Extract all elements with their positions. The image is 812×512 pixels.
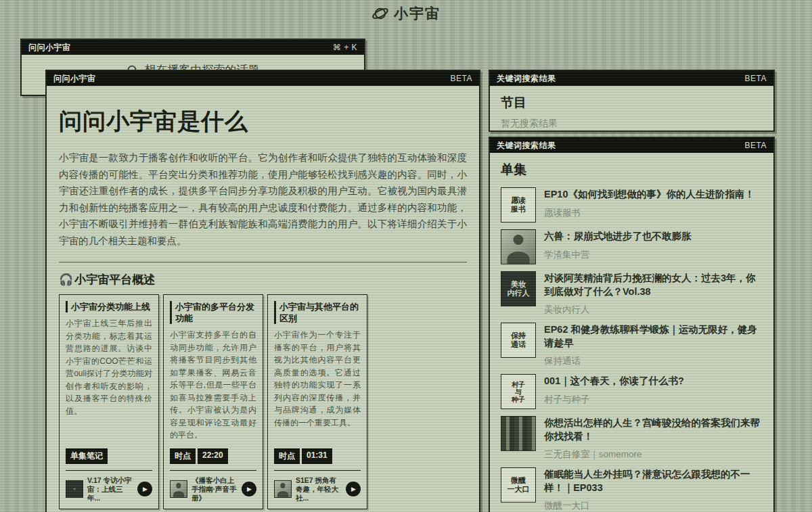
episode-text: 六兽：尿崩式地进步了也不敢膨胀 学渣集中营 [544,229,763,261]
episode-title: 催眠能当人生外挂吗？潜意识怎么跟我想的不一样！｜EP033 [544,468,763,494]
ask-window-titlebar: 问问小宇宙 BETA [47,71,479,86]
episode-title: EP62 和健身教练聊科学锻炼｜运动无限好，健身请趁早 [544,323,763,350]
play-button[interactable]: ▶ [242,482,256,496]
shows-results-window: 关键词搜索结果 BETA 节目 暂无搜索结果 [489,70,775,132]
episode-title: V.17 专访小宇宙：上线三年... [87,476,133,503]
play-button[interactable]: ▶ [346,482,361,496]
empty-results-text: 暂无搜索结果 [501,118,763,130]
list-item[interactable]: 微醺 一大口 催眠能当人生外挂吗？潜意识怎么跟我想的不一样！｜EP033 微醺一… [501,467,763,512]
episode-cover [501,229,536,264]
card-title: 小宇宙与其他平台的区别 [274,301,361,324]
episode-title: EP10《如何找到想做的事》你的人生进阶指南！ [544,188,763,202]
episode-cover: 美妆 内行人 [501,271,536,306]
episode-cover [170,480,187,498]
episodes-panel-body: 单集 愿读 服书 EP10《如何找到想做的事》你的人生进阶指南！ 愿读服书 六兽… [490,153,773,512]
episodes-results-window: 关键词搜索结果 BETA 单集 愿读 服书 EP10《如何找到想做的事》你的人生… [489,137,775,512]
headphones-icon: 🎧 [59,273,73,287]
card-body: 小宇宙作为一个专注于播客的平台，用户将其视为比其他内容平台更高质量的选项。它通过… [274,329,361,429]
beta-badge: BETA [451,74,472,83]
card-row-overview: 小宇宙分类功能上线 小宇宙上线三年后推出分类功能，标志着其运营思路的进展。访谈中… [59,294,467,509]
episode-cover: 愿读 服书 [501,187,536,223]
episode-cover: 保持 通话 [501,323,536,358]
timestamp-value-badge: 01:31 [302,448,332,464]
episode-title: 六兽：尿崩式地进步了也不敢膨胀 [544,230,763,243]
list-item[interactable]: 你想活出怎样的人生？宫崎骏没给的答案我们来帮你找找看！ 三无自修室｜somemo… [501,416,763,461]
show-name: 保持通话 [544,355,763,367]
card-divider [274,470,361,471]
card-body: 小宇宙支持多平台的自动同步功能，允许用户将播客节目同步到其他如苹果播客、网易云音… [170,329,256,442]
shortcut-hint: ⌘ + K [333,43,357,52]
play-button[interactable]: ▶ [137,482,152,496]
planet-icon [371,5,389,22]
episode-title: 对谈阿芙精油背后力挽狂澜的女人：过去3年，你到底做对了什么？Vol.38 [544,272,763,298]
beta-badge: BETA [745,74,767,83]
list-item[interactable]: 保持 通话 EP62 和健身教练聊科学锻炼｜运动无限好，健身请趁早 保持通话 [501,323,763,367]
episode-text: 001｜这个春天，你读了什么书? 村子与种子 [544,374,763,406]
play-icon: ▶ [247,486,252,492]
card-divider [170,470,256,471]
episode-list: 愿读 服书 EP10《如何找到想做的事》你的人生进阶指南！ 愿读服书 六兽：尿崩… [501,187,763,512]
show-name: 学渣集中营 [544,249,763,261]
episode-text: EP62 和健身教练聊科学锻炼｜运动无限好，健身请趁早 保持通话 [544,323,763,367]
play-icon: ▶ [351,486,356,492]
topic-card: 小宇宙与其他平台的区别 小宇宙作为一个专注于播客的平台，用户将其视为比其他内容平… [267,294,367,509]
beta-badge: BETA [745,141,767,150]
episode-cover: 微醺 一大口 [501,467,536,503]
play-icon: ▶ [143,486,148,492]
note-type-badge: 单集笔记 [66,448,108,464]
show-name: 三无自修室｜somemore [544,448,763,461]
ask-window-title: 问问小宇宙 [53,73,96,85]
list-item[interactable]: 美妆 内行人 对谈阿芙精油背后力挽狂澜的女人：过去3年，你到底做对了什么？Vol… [501,271,763,316]
ask-window-body: 问问小宇宙是什么 小宇宙是一款致力于播客创作和收听的平台。它为创作者和听众提供了… [47,86,479,512]
episode-cover: ▫ [66,480,83,498]
topic-card: 小宇宙分类功能上线 小宇宙上线三年后推出分类功能，标志着其运营思路的进展。访谈中… [59,294,159,509]
show-name: 村子与种子 [544,394,763,406]
episode-cover [274,480,292,498]
episode-title: 《播客小白上手指南·声音手册》 [191,476,238,503]
shows-window-titlebar: 关键词搜索结果 BETA [490,71,773,86]
section-title: 小宇宙平台概述 [74,272,155,287]
card-divider [66,470,152,471]
list-item[interactable]: 六兽：尿崩式地进步了也不敢膨胀 学渣集中营 [501,229,763,264]
episode-text: 催眠能当人生外挂吗？潜意识怎么跟我想的不一样！｜EP033 微醺一大口 [544,467,763,512]
card-title: 小宇宙的多平台分发功能 [170,301,256,324]
episode-text: 你想活出怎样的人生？宫崎骏没给的答案我们来帮你找找看！ 三无自修室｜somemo… [544,416,763,461]
card-body: 小宇宙上线三年后推出分类功能，标志着其运营思路的进展。访谈中小宇宙的COO芒芒和… [66,317,152,417]
timestamp-label-badge: 时点 [170,448,196,464]
search-window-title: 问问小宇宙 [28,42,71,53]
timestamp-value-badge: 22:20 [198,448,228,464]
episode-link[interactable]: S1E7 拐角有奇趣，年轻大社... ▶ [274,476,361,503]
show-name: 愿读服书 [544,207,763,219]
show-name: 美妆内行人 [544,304,763,316]
list-item[interactable]: 村子 与 种子 001｜这个春天，你读了什么书? 村子与种子 [501,374,763,409]
episode-text: EP10《如何找到想做的事》你的人生进阶指南！ 愿读服书 [544,187,763,219]
app-header: 小宇宙 [0,4,812,23]
section-heading-overview: 🎧 小宇宙平台概述 [59,272,467,287]
timestamp-label-badge: 时点 [274,448,300,464]
episode-cover [501,416,536,451]
episode-link[interactable]: 《播客小白上手指南·声音手册》 ▶ [170,476,256,503]
shows-panel-body: 节目 暂无搜索结果 [490,86,773,138]
episodes-window-title: 关键词搜索结果 [497,140,556,152]
episodes-section-heading: 单集 [501,161,763,179]
topic-card: 小宇宙的多平台分发功能 小宇宙支持多平台的自动同步功能，允许用户将播客节目同步到… [163,294,263,509]
intro-paragraph: 小宇宙是一款致力于播客创作和收听的平台。它为创作者和听众提供了独特的互动体验和深… [59,149,467,249]
ask-window: 问问小宇宙 BETA 问问小宇宙是什么 小宇宙是一款致力于播客创作和收听的平台。… [45,70,480,512]
episodes-window-titlebar: 关键词搜索结果 BETA [490,138,773,153]
badge-row: 单集笔记 [66,442,152,464]
search-window-titlebar: 问问小宇宙 ⌘ + K [22,40,364,55]
section-divider [59,262,467,262]
badge-row: 时点 01:31 [274,442,361,464]
shows-section-heading: 节目 [501,94,763,112]
episode-cover: 村子 与 种子 [501,374,536,409]
desktop: 小宇宙 问问小宇宙 ⌘ + K 想在播客中探索的话题 问问小宇宙 BETA 问问… [0,0,812,512]
episode-text: 对谈阿芙精油背后力挽狂澜的女人：过去3年，你到底做对了什么？Vol.38 美妆内… [544,271,763,316]
list-item[interactable]: 愿读 服书 EP10《如何找到想做的事》你的人生进阶指南！ 愿读服书 [501,187,763,223]
episode-title: S1E7 拐角有奇趣，年轻大社... [296,476,342,503]
badge-row: 时点 22:20 [170,442,256,464]
episode-title: 你想活出怎样的人生？宫崎骏没给的答案我们来帮你找找看！ [544,417,763,443]
show-name: 微醺一大口 [544,500,763,512]
shows-window-title: 关键词搜索结果 [497,73,556,85]
page-title: 问问小宇宙是什么 [59,106,467,137]
episode-link[interactable]: ▫ V.17 专访小宇宙：上线三年... ▶ [66,476,152,503]
